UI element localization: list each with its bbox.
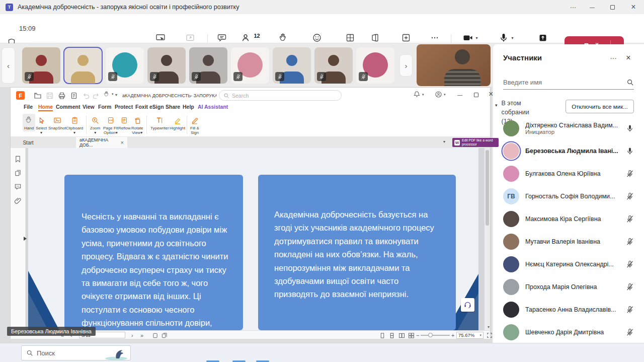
attachments-icon[interactable] xyxy=(14,197,22,204)
filmstrip-next-button[interactable] xyxy=(399,54,413,77)
two-page-layout-icon[interactable] xyxy=(398,333,405,338)
menu-ai-assistant[interactable]: AI Assistant xyxy=(198,104,228,110)
two-page-continuous-icon[interactable] xyxy=(408,333,415,338)
print-icon[interactable] xyxy=(58,92,66,100)
tab-document[interactable]: аКАДЕМІЧНА ДОБ... xyxy=(76,137,127,148)
mic-on-icon[interactable] xyxy=(626,124,634,132)
ribbon-fill-sign[interactable]: Fill & Sign xyxy=(190,115,199,135)
mic-muted-icon[interactable] xyxy=(626,192,634,200)
menu-file[interactable]: File xyxy=(24,104,33,110)
video-tile[interactable] xyxy=(64,47,102,84)
bookmarks-icon[interactable] xyxy=(14,155,22,163)
taskbar-search-input[interactable] xyxy=(37,349,98,357)
mic-on-icon[interactable] xyxy=(626,147,634,155)
window-minimize-button[interactable] xyxy=(583,0,602,14)
pdf-minimize-button[interactable] xyxy=(457,92,462,98)
export-page-icon[interactable] xyxy=(70,92,78,100)
mic-muted-icon[interactable] xyxy=(626,260,634,268)
menu-protect[interactable]: Protect xyxy=(115,104,133,110)
video-tile[interactable] xyxy=(189,47,227,84)
filmstrip-prev-button[interactable] xyxy=(2,47,15,84)
video-tile[interactable] xyxy=(22,47,60,84)
camera-off-tile[interactable] xyxy=(356,47,394,84)
comments-icon[interactable] xyxy=(14,183,22,190)
panel-close-icon[interactable] xyxy=(622,51,635,64)
participant-search-input[interactable] xyxy=(503,79,626,86)
participant-row[interactable]: Нємєц Катерина Олександрі... xyxy=(493,253,644,275)
scroll-down-icon[interactable] xyxy=(488,325,490,329)
ribbon-clipboard[interactable]: Clipboard ▾ xyxy=(66,115,83,135)
fullscreen-icon[interactable] xyxy=(487,332,493,338)
zoom-out-icon[interactable] xyxy=(416,331,419,339)
video-tile[interactable] xyxy=(314,47,353,84)
tab-list-icon[interactable] xyxy=(443,139,445,144)
menu-share[interactable]: Share xyxy=(166,104,180,110)
last-page-icon[interactable] xyxy=(140,331,143,339)
account-icon[interactable] xyxy=(435,91,446,98)
vertical-scrollbar[interactable] xyxy=(485,148,490,330)
camera-off-tile[interactable] xyxy=(106,47,144,84)
mic-muted-icon[interactable] xyxy=(626,238,634,246)
ai-assistant-float-button[interactable] xyxy=(461,298,474,312)
mic-muted-icon[interactable] xyxy=(626,283,634,291)
quickbar-customize-icon[interactable] xyxy=(115,93,117,97)
tab-close-icon[interactable] xyxy=(121,139,124,146)
open-file-icon[interactable] xyxy=(34,92,42,100)
participant-row[interactable]: Мутавчи Валерія Іванівна xyxy=(493,230,644,253)
panel-more-icon[interactable] xyxy=(607,51,620,64)
participant-row[interactable]: ГВГорносталь Софія Володими... xyxy=(493,185,644,207)
edit-pdf-promo-badge[interactable]: WEdit PDF like a word processor xyxy=(452,138,499,147)
next-page-icon[interactable] xyxy=(131,331,133,339)
zoom-slider-track[interactable] xyxy=(421,335,450,336)
ribbon-snapshot[interactable]: SnapShot xyxy=(48,115,66,130)
ribbon-zoom[interactable]: Zoom ▾ xyxy=(90,115,100,135)
ribbon-page-fit[interactable]: Page Fit Option▾ xyxy=(103,115,118,135)
pages-icon[interactable] xyxy=(14,169,22,177)
ribbon-hand[interactable]: Hand xyxy=(23,114,35,131)
participant-row[interactable]: Прохода Марія Олегівна xyxy=(493,275,644,298)
participant-row[interactable]: Максимова Кіра Сергіївна xyxy=(493,207,644,230)
participant-row[interactable]: Булгакова Олена Юріївна xyxy=(493,162,644,185)
video-tile[interactable] xyxy=(273,47,311,84)
rail-expand-icon[interactable] xyxy=(24,237,27,241)
participant-row[interactable]: Шевченко Дарія Дмитрівна xyxy=(493,321,644,343)
previous-view-icon[interactable] xyxy=(152,333,158,338)
participant-row[interactable]: Тарасенко Анна Владиславів... xyxy=(493,298,644,321)
window-maximize-button[interactable] xyxy=(603,0,622,14)
video-tile[interactable] xyxy=(147,47,186,84)
menu-foxit-esign[interactable]: Foxit eSign xyxy=(135,104,164,110)
scrollbar-thumb[interactable] xyxy=(486,150,489,226)
ribbon-reflow[interactable]: Reflow xyxy=(118,115,130,130)
window-more-icon[interactable] xyxy=(564,0,583,14)
mic-muted-icon[interactable] xyxy=(626,306,634,314)
pdf-search-input[interactable] xyxy=(232,93,337,99)
ribbon-typewriter[interactable]: Typewriter xyxy=(150,115,169,130)
next-view-icon[interactable] xyxy=(162,333,167,338)
camera-chevron-icon[interactable] xyxy=(475,36,477,40)
ribbon-rotate-view[interactable]: Rotate View▾ xyxy=(131,115,143,135)
menu-form[interactable]: Form xyxy=(98,104,111,110)
mic-muted-icon[interactable] xyxy=(626,215,634,223)
participant-row[interactable]: Березовська Людмила Івані... xyxy=(493,139,644,162)
menu-home[interactable]: Home xyxy=(38,104,53,111)
zoom-in-icon[interactable] xyxy=(451,331,454,339)
tab-start[interactable]: Start xyxy=(11,137,46,148)
continuous-layout-icon[interactable] xyxy=(389,333,395,338)
menu-view[interactable]: View xyxy=(83,104,95,110)
hand-tool-dropdown[interactable] xyxy=(103,91,114,98)
single-page-layout-icon[interactable] xyxy=(379,333,385,338)
zoom-level-box[interactable]: 75.67% xyxy=(456,332,484,339)
participant-row[interactable]: Діхтяренко Станіслава Вадим...Инициатор xyxy=(493,117,644,139)
microphone-chevron-icon[interactable] xyxy=(511,36,513,40)
participant-search[interactable] xyxy=(503,76,634,90)
camera-off-tile[interactable] xyxy=(231,47,269,84)
notifications-bell-icon[interactable] xyxy=(413,91,424,98)
taskbar-search[interactable] xyxy=(21,345,131,360)
mute-all-button[interactable]: Отключить все мик... xyxy=(566,100,634,113)
zoom-slider-knob[interactable] xyxy=(428,333,433,337)
mic-muted-icon[interactable] xyxy=(626,328,634,336)
menu-comment[interactable]: Comment xyxy=(56,104,80,110)
spotlight-video-tile[interactable] xyxy=(417,44,491,86)
menu-help[interactable]: Help xyxy=(183,104,194,110)
pdf-close-button[interactable] xyxy=(489,90,493,99)
